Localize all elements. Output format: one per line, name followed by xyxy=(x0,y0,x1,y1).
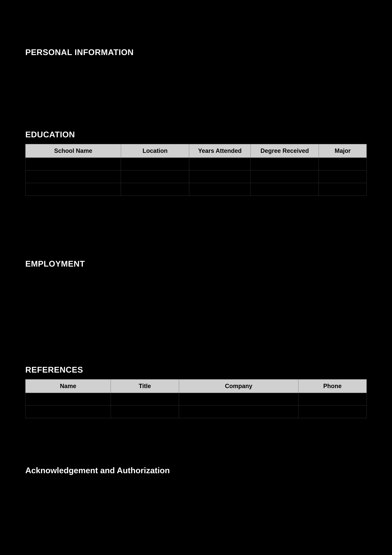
education-row3-location xyxy=(121,183,189,196)
education-section: EDUCATION School Name Location Years Att… xyxy=(25,130,367,246)
table-row xyxy=(25,405,367,418)
page-container: PERSONAL INFORMATION EDUCATION School Na… xyxy=(0,0,392,555)
references-table-header-row: Name Title Company Phone xyxy=(25,380,367,393)
references-row2-company xyxy=(179,405,298,418)
education-row1-years xyxy=(189,158,250,170)
education-row1-degree xyxy=(251,158,319,170)
education-row2-school xyxy=(25,170,121,183)
education-row3-school xyxy=(25,183,121,196)
acknowledgement-content xyxy=(25,480,367,555)
education-table-header-row: School Name Location Years Attended Degr… xyxy=(25,144,367,158)
education-col-location: Location xyxy=(121,144,189,158)
references-row2-name xyxy=(25,405,111,418)
references-col-phone: Phone xyxy=(298,380,367,393)
references-table: Name Title Company Phone xyxy=(25,379,367,418)
education-col-degree-received: Degree Received xyxy=(251,144,319,158)
education-col-years-attended: Years Attended xyxy=(189,144,250,158)
references-col-title: Title xyxy=(111,380,179,393)
employment-title: EMPLOYMENT xyxy=(25,259,367,269)
education-blank-area xyxy=(25,199,367,246)
employment-section: EMPLOYMENT xyxy=(25,259,367,352)
education-row3-major xyxy=(319,183,367,196)
education-row1-major xyxy=(319,158,367,170)
education-col-major: Major xyxy=(319,144,367,158)
references-row1-title xyxy=(111,393,179,405)
education-row1-school xyxy=(25,158,121,170)
references-col-company: Company xyxy=(179,380,298,393)
table-row xyxy=(25,393,367,405)
education-row2-location xyxy=(121,170,189,183)
references-title: REFERENCES xyxy=(25,365,367,374)
education-col-school-name: School Name xyxy=(25,144,121,158)
personal-information-section: PERSONAL INFORMATION xyxy=(25,47,367,117)
references-row1-name xyxy=(25,393,111,405)
acknowledgement-title: Acknowledgement and Authorization xyxy=(25,466,367,475)
education-row2-major xyxy=(319,170,367,183)
education-row2-degree xyxy=(251,170,319,183)
education-row1-location xyxy=(121,158,189,170)
education-title: EDUCATION xyxy=(25,130,367,139)
education-row3-degree xyxy=(251,183,319,196)
references-row1-company xyxy=(179,393,298,405)
references-row2-title xyxy=(111,405,179,418)
employment-content xyxy=(25,273,367,352)
table-row xyxy=(25,158,367,170)
personal-information-title: PERSONAL INFORMATION xyxy=(25,47,367,57)
references-col-name: Name xyxy=(25,380,111,393)
references-row1-phone xyxy=(298,393,367,405)
education-table: School Name Location Years Attended Degr… xyxy=(25,144,367,196)
education-row3-years xyxy=(189,183,250,196)
acknowledgement-section: Acknowledgement and Authorization xyxy=(25,466,367,555)
references-row2-phone xyxy=(298,405,367,418)
references-blank-area xyxy=(25,421,367,453)
table-row xyxy=(25,183,367,196)
references-section: REFERENCES Name Title Company Phone xyxy=(25,365,367,453)
education-row2-years xyxy=(189,170,250,183)
table-row xyxy=(25,170,367,183)
personal-information-content xyxy=(25,62,367,117)
